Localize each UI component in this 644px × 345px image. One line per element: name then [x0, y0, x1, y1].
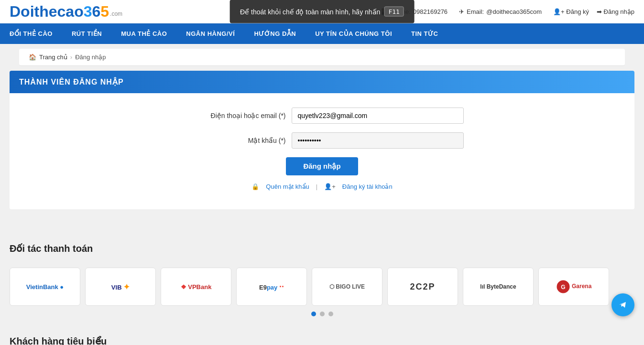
- login-card-title: THÀNH VIÊN ĐĂNG NHẬP: [19, 78, 124, 86]
- password-form-group: Mật khẩu (*): [19, 132, 625, 149]
- email-input[interactable]: [292, 108, 464, 124]
- partner-vpbank[interactable]: ❖ VPBank: [161, 268, 231, 306]
- breadcrumb-home[interactable]: Trang chủ: [39, 54, 67, 61]
- carousel-dots: [10, 312, 634, 316]
- nav-doi-the-cao[interactable]: ĐỔI THẺ CÀO: [0, 23, 62, 44]
- email-contact: ✈ Email: @doithecao365com: [459, 8, 542, 15]
- forgot-password-link[interactable]: Quên mật khẩu: [266, 183, 309, 190]
- partner-bigolive-label: ⬡ BIGO LIVE: [329, 283, 365, 290]
- password-input[interactable]: [292, 132, 464, 149]
- auth-links: 👤+ Đăng ký ➡ Đăng nhập: [553, 8, 634, 15]
- register-icon: 👤+: [553, 8, 565, 15]
- partner-bigolive[interactable]: ⬡ BIGO LIVE: [312, 268, 382, 306]
- dot-1[interactable]: [311, 312, 316, 316]
- dot-3[interactable]: [328, 312, 333, 316]
- login-card-header: THÀNH VIÊN ĐĂNG NHẬP: [10, 71, 634, 93]
- partner-bytedance-label: lıl ByteDance: [480, 283, 516, 290]
- nav-tin-tuc[interactable]: TIN TỨC: [402, 23, 448, 44]
- breadcrumb-current: Đăng nhập: [75, 54, 106, 61]
- partner-garena-label: G Garena: [556, 280, 592, 294]
- nav-mua-the-cao-label: MUA THẺ CÀO: [121, 30, 167, 37]
- partner-e9pay[interactable]: E9pay ··: [236, 268, 307, 306]
- navbar: ĐỔI THẺ CÀO RÚT TIỀN MUA THẺ CÀO NGÂN HÀ…: [0, 23, 644, 44]
- header-right: 📱 Hotline: 0982169276 ✈ Email: @doitheca…: [380, 8, 634, 15]
- breadcrumb-home-label: Trang chủ: [39, 54, 67, 61]
- logo-dotcom: .com: [110, 11, 122, 17]
- nav-mua-the-cao[interactable]: MUA THẺ CÀO: [111, 23, 176, 44]
- partner-vib[interactable]: VIB ✦: [85, 268, 156, 306]
- partner-vietinbank[interactable]: VietinBank ●: [10, 268, 80, 306]
- telegram-button[interactable]: [611, 293, 634, 316]
- partner-vietinbank-label: VietinBank ●: [26, 283, 64, 291]
- partner-2c2p[interactable]: 2C2P: [387, 268, 458, 306]
- password-label: Mật khẩu (*): [181, 137, 286, 144]
- header-top: Doithecao365 .com Để thoát khỏi chế độ t…: [0, 0, 644, 23]
- logo-text: Doithecao365: [10, 4, 109, 19]
- login-link[interactable]: ➡ Đăng nhập: [597, 8, 634, 15]
- email-icon: ✈: [459, 8, 464, 15]
- nav-huong-dan-label: HƯỚNG DẪN: [254, 30, 296, 37]
- register-label: Đăng ký: [566, 8, 589, 15]
- login-button-label: Đăng nhập: [303, 162, 340, 170]
- telegram-icon: [616, 298, 630, 312]
- login-icon: ➡: [597, 8, 602, 15]
- forgot-password-label: Quên mật khẩu: [266, 183, 309, 190]
- partners-grid: VietinBank ● VIB ✦ ❖ VPBank E9pay ·· ⬡ B…: [10, 268, 634, 306]
- nav-doi-the-cao-label: ĐỔI THẺ CÀO: [10, 30, 53, 37]
- partners-section: Đối tác thanh toán VietinBank ● VIB ✦ ❖ …: [0, 233, 644, 326]
- nav-tin-tuc-label: TIN TỨC: [411, 30, 438, 37]
- email-label: Điện thoại hoặc email (*): [181, 112, 286, 119]
- partner-garena[interactable]: G Garena: [538, 268, 609, 306]
- nav-ngan-hang[interactable]: NGÂN HÀNG/VÍ: [176, 23, 244, 44]
- email-form-group: Điện thoại hoặc email (*): [19, 108, 625, 124]
- partner-2c2p-label: 2C2P: [410, 282, 435, 292]
- register-account-label: Đăng ký tài khoản: [342, 183, 393, 190]
- partner-e9pay-label: E9pay ··: [259, 282, 284, 292]
- email-label: Email:: [467, 8, 484, 15]
- person-add-icon: 👤+: [324, 183, 336, 190]
- logo[interactable]: Doithecao365 .com: [10, 4, 122, 19]
- fullscreen-tooltip: Để thoát khỏi chế độ toàn màn hình, hãy …: [229, 0, 415, 23]
- register-link[interactable]: 👤+ Đăng ký: [553, 8, 589, 15]
- links-separator: |: [316, 183, 317, 190]
- nav-rut-tien-label: RÚT TIỀN: [72, 30, 102, 37]
- partner-vib-label: VIB ✦: [111, 282, 130, 291]
- home-icon: 🏠: [29, 54, 36, 61]
- login-card: THÀNH VIÊN ĐĂNG NHẬP Điện thoại hoặc ema…: [10, 71, 634, 209]
- nav-ngan-hang-label: NGÂN HÀNG/VÍ: [186, 30, 235, 37]
- hotline-number: 0982169276: [413, 8, 448, 15]
- partners-title: Đối tác thanh toán: [10, 243, 634, 254]
- login-label: Đăng nhập: [604, 8, 634, 15]
- dot-2[interactable]: [320, 312, 325, 316]
- breadcrumb-sep: ›: [70, 54, 72, 61]
- svg-text:G: G: [561, 284, 565, 291]
- form-actions: Đăng nhập: [19, 157, 625, 175]
- nav-rut-tien[interactable]: RÚT TIỀN: [62, 23, 111, 44]
- nav-uy-tin-label: UY TÍN CỦA CHÚNG TÔI: [315, 30, 392, 37]
- email-value: @doithecao365com: [486, 8, 542, 15]
- form-links: 🔒 Quên mật khẩu | 👤+ Đăng ký tài khoản: [19, 183, 625, 190]
- login-card-body: Điện thoại hoặc email (*) Mật khẩu (*) Đ…: [10, 93, 634, 209]
- customers-section: Khách hàng tiêu biểu: [0, 326, 644, 345]
- f11-badge: F11: [384, 7, 404, 17]
- breadcrumb: 🏠 Trang chủ › Đăng nhập: [19, 49, 625, 66]
- customers-title: Khách hàng tiêu biểu: [10, 335, 634, 345]
- nav-uy-tin[interactable]: UY TÍN CỦA CHÚNG TÔI: [306, 23, 402, 44]
- lock-icon: 🔒: [251, 183, 259, 190]
- login-button[interactable]: Đăng nhập: [286, 157, 358, 175]
- nav-huong-dan[interactable]: HƯỚNG DẪN: [244, 23, 306, 44]
- fullscreen-tooltip-text: Để thoát khỏi chế độ toàn màn hình, hãy …: [240, 8, 380, 15]
- partner-vpbank-label: ❖ VPBank: [181, 283, 212, 291]
- register-account-link[interactable]: Đăng ký tài khoản: [342, 183, 393, 190]
- main-content: 🏠 Trang chủ › Đăng nhập THÀNH VIÊN ĐĂNG …: [0, 49, 644, 233]
- partner-bytedance[interactable]: lıl ByteDance: [463, 268, 534, 306]
